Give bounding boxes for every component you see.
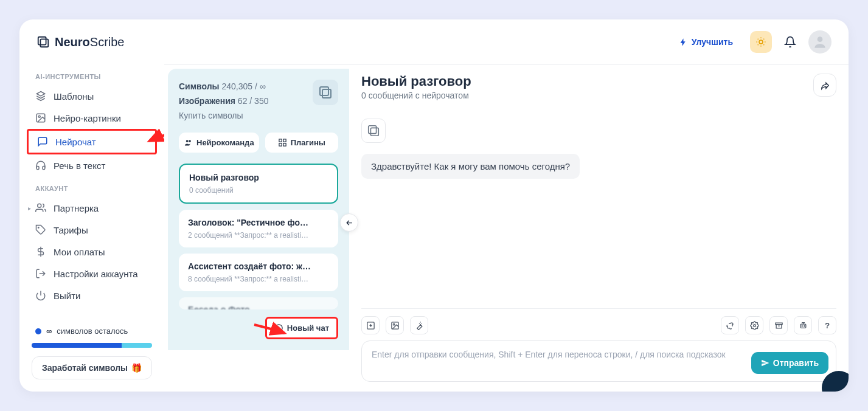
sidebar-item-tariffs[interactable]: Тарифы [27, 219, 157, 241]
sidebar: AI-ИНСТРУМЕНТЫ Шаблоны Нейро-картинки Не… [19, 64, 164, 392]
svg-point-2 [759, 40, 763, 44]
sidebar-section-tools: AI-ИНСТРУМЕНТЫ [27, 64, 157, 85]
svg-rect-8 [320, 87, 328, 95]
sidebar-item-speech[interactable]: Речь в текст [27, 154, 157, 176]
chat-item-3[interactable]: Беседа о Фото… [179, 297, 338, 309]
headphones-icon [35, 160, 46, 171]
gear-icon [750, 321, 759, 330]
sidebar-section-account: АККАУНТ [27, 176, 157, 197]
tool-help[interactable]: ? [818, 316, 836, 334]
header-actions: Улучшить [669, 30, 832, 54]
svg-rect-1 [40, 39, 48, 47]
collapse-panel-button[interactable] [340, 213, 358, 232]
arrow-left-icon [345, 218, 354, 227]
puzzle-icon [726, 321, 735, 330]
tool-download[interactable] [361, 316, 380, 334]
send-icon [761, 359, 769, 367]
input-row: Отправить [361, 340, 836, 382]
share-icon [820, 80, 830, 91]
bell-icon [784, 36, 796, 48]
greeting-message: Здравствуйте! Как я могу вам помочь сего… [361, 154, 580, 179]
svg-point-21 [393, 323, 395, 325]
svg-rect-13 [283, 139, 285, 142]
svg-rect-14 [279, 143, 282, 146]
sidebar-item-affiliate[interactable]: ▸ Партнерка [27, 197, 157, 219]
status-dot [35, 328, 41, 334]
tool-magic[interactable] [410, 316, 428, 334]
svg-point-27 [804, 325, 804, 326]
tool-settings[interactable] [745, 316, 763, 334]
image-icon [391, 321, 400, 330]
avatar[interactable] [808, 30, 832, 54]
usage-progress [32, 343, 152, 348]
chat-icon [37, 136, 48, 147]
messages: Здравствуйте! Как я могу вам помочь сего… [361, 109, 836, 308]
send-button[interactable]: Отправить [751, 352, 828, 374]
notifications-button[interactable] [779, 31, 801, 53]
svg-rect-17 [369, 126, 377, 134]
app-container: NeuroScribe Улучшить AI-ИНСТРУМЕНТЫ Шабл… [19, 19, 849, 392]
sidebar-bottom: ∞ символов осталось Заработай символы 🎁 [27, 322, 157, 379]
tool-image[interactable] [386, 316, 404, 334]
buy-symbols-link[interactable]: Купить символы [179, 109, 268, 123]
tool-bot[interactable] [794, 316, 812, 334]
robot-icon [799, 321, 808, 330]
sidebar-item-payments[interactable]: Мои оплаты [27, 241, 157, 263]
tab-plugins[interactable]: Плагины [265, 133, 338, 153]
question-icon: ? [825, 321, 830, 330]
tabs: Нейрокоманда Плагины [179, 133, 338, 153]
grid-icon [278, 138, 287, 147]
chat-item-2[interactable]: Ассистент создаёт фото: ж… 8 сообщений *… [179, 254, 338, 291]
wand-icon [415, 321, 424, 330]
layers-icon [35, 91, 46, 102]
body: AI-ИНСТРУМЕНТЫ Шаблоны Нейро-картинки Не… [19, 64, 849, 392]
svg-point-6 [38, 204, 41, 207]
upgrade-button[interactable]: Улучшить [669, 32, 743, 52]
svg-rect-12 [279, 139, 282, 142]
download-icon [366, 321, 375, 330]
input-toolbar: ? [361, 316, 836, 334]
chat-input[interactable] [372, 348, 744, 374]
stats: Символы 240,305 / ∞ Изображения 62 / 350… [179, 80, 268, 123]
sidebar-item-settings[interactable]: Настройки аккаунта [27, 263, 157, 285]
chat-title: Новый разговор [361, 74, 471, 89]
chat-main: Новый разговор 0 сообщений с нейрочатом … [349, 65, 849, 392]
tool-plugin[interactable] [721, 316, 739, 334]
svg-rect-9 [322, 89, 331, 98]
main: Символы 240,305 / ∞ Изображения 62 / 350… [164, 64, 849, 392]
input-area: ? Отправить [361, 308, 836, 382]
chat-header: Новый разговор 0 сообщений с нейрочатом [361, 74, 836, 109]
symbols-remaining: ∞ символов осталось [32, 322, 152, 340]
svg-point-10 [186, 140, 189, 143]
sidebar-item-templates[interactable]: Шаблоны [27, 85, 157, 107]
logo[interactable]: NeuroScribe [36, 35, 125, 49]
chat-item-0[interactable]: Новый разговор 0 сообщений [179, 164, 338, 204]
tool-box[interactable] [769, 316, 788, 334]
chat-subtitle: 0 сообщений с нейрочатом [361, 91, 471, 100]
chat-list-panel: Символы 240,305 / ∞ Изображения 62 / 350… [168, 69, 349, 350]
sidebar-item-neuroimages[interactable]: Нейро-картинки [27, 107, 157, 129]
image-icon [35, 112, 46, 123]
svg-rect-18 [370, 128, 378, 136]
stats-row: Символы 240,305 / ∞ Изображения 62 / 350… [179, 80, 338, 123]
power-icon [35, 290, 46, 301]
svg-point-22 [753, 324, 755, 326]
svg-point-7 [38, 227, 40, 229]
tab-neuroteam[interactable]: Нейрокоманда [179, 133, 259, 153]
sidebar-item-logout[interactable]: Выйти [27, 285, 157, 306]
sun-icon [755, 36, 766, 47]
theme-toggle[interactable] [750, 31, 772, 53]
sidebar-item-neurochat[interactable]: Нейрочат [27, 129, 157, 154]
svg-point-5 [38, 116, 40, 117]
svg-point-3 [818, 36, 823, 42]
chat-item-1[interactable]: Заголовок: "Рестичное фо… 2 сообщений **… [179, 210, 338, 247]
share-button[interactable] [813, 74, 836, 97]
chevron-right-icon: ▸ [28, 205, 31, 212]
svg-rect-0 [38, 37, 46, 45]
plus-circle-icon [274, 323, 283, 333]
new-chat-button[interactable]: Новый чат [265, 317, 338, 339]
logo-text: NeuroScribe [55, 35, 125, 49]
tag-icon [35, 224, 46, 235]
team-icon [184, 138, 193, 147]
earn-symbols-button[interactable]: Заработай символы 🎁 [32, 356, 152, 379]
